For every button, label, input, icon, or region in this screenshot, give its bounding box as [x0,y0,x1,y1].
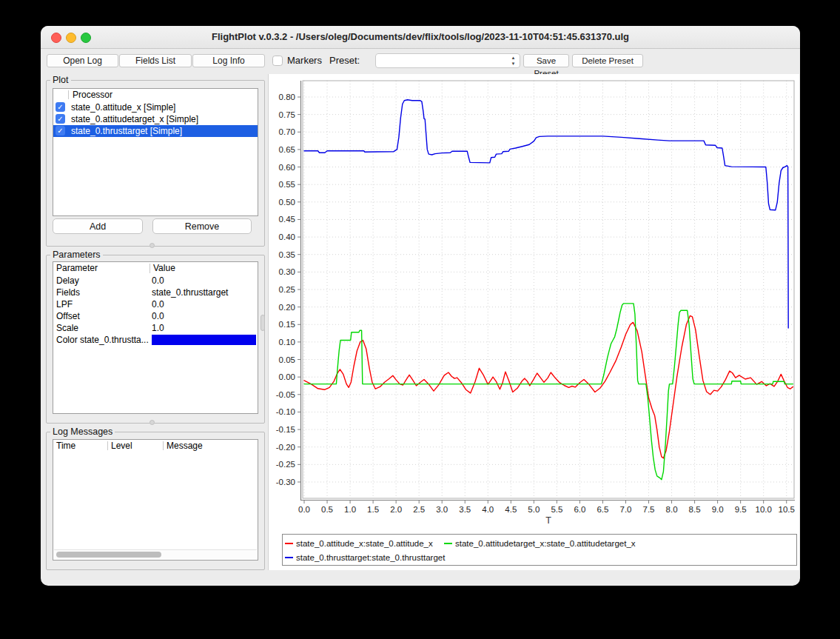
y-axis-tick-label: 0.05 [279,355,295,364]
row-checkbox-icon[interactable]: ✓ [56,102,65,112]
plot-panel: Plot Processor ✓ state_0.attitude_x [Sim… [46,80,265,247]
param-value[interactable]: 0.0 [152,298,164,310]
y-axis-tick-label: 0.20 [279,303,295,312]
remove-button[interactable]: Remove [152,218,252,234]
legend-label: state_0.thrusttarget:state_0.thrusttarge… [296,552,445,563]
x-axis-tick-label: 6.5 [597,505,608,514]
markers-label: Markers [287,54,322,67]
window-title: FlightPlot v.0.3.2 - /Users/oleg/Documen… [41,26,800,48]
x-axis-tick-label: 1.0 [344,505,356,514]
parameter-column-header: Parameter [56,262,98,275]
x-axis-tick-label: 4.0 [482,505,494,514]
level-column-header: Level [111,440,132,452]
x-axis-tick-label: 6.0 [574,505,585,514]
y-axis-tick-label: -0.05 [276,390,295,399]
table-row[interactable]: ✓ state_0.attitudetarget_x [Simple] [53,113,258,125]
param-value[interactable]: 0.0 [152,310,164,322]
row-label: state_0.thrusttarget [Simple] [71,125,182,137]
param-name: LPF [56,298,73,310]
log-table-header: Time Level Message [53,440,258,452]
processor-column-header: Processor [73,89,112,101]
message-column-header: Message [167,440,203,452]
y-axis-tick-label: -0.30 [276,478,295,486]
y-axis-tick-label: -0.15 [276,425,295,434]
x-axis-tick-label: 5.0 [528,505,540,514]
x-axis-tick-label: 10.5 [779,505,795,514]
param-value[interactable]: 0.0 [152,275,164,287]
row-checkbox-icon[interactable]: ✓ [56,114,65,124]
preset-label: Preset: [329,54,360,67]
param-name: Fields [56,287,80,298]
time-column-header: Time [56,440,75,452]
y-axis-tick-label: 0.65 [279,145,295,154]
y-axis-tick-label: 0.10 [279,338,295,347]
x-axis-tick-label: 2.0 [390,505,402,514]
preset-combobox[interactable]: ▲▼ [375,53,520,68]
legend-line-swatch [444,543,452,544]
y-axis-tick-label: 0.45 [279,215,295,224]
param-name: Offset [56,310,80,322]
x-axis-tick-label: 7.5 [643,505,655,514]
legend-line-swatch [285,543,293,544]
flightplot-window: FlightPlot v.0.3.2 - /Users/oleg/Documen… [41,26,800,586]
x-axis-tick-label: 4.5 [505,505,517,514]
y-axis-tick-label: 0.35 [279,250,295,259]
add-button[interactable]: Add [53,218,143,234]
param-value[interactable]: 1.0 [152,322,164,334]
scrollbar-thumb[interactable] [56,552,161,558]
y-axis-tick-label: 0.25 [279,285,295,294]
chart-legend: state_0.attitude_x:state_0.attitude_x st… [282,534,797,566]
y-axis-tick-label: 0.30 [279,267,295,276]
title-bar[interactable]: FlightPlot v.0.3.2 - /Users/oleg/Documen… [41,26,800,49]
vertical-splitter-grip-icon[interactable] [261,315,265,331]
x-axis-tick-label: 5.5 [551,505,562,514]
y-axis-tick-label: 0.70 [279,127,295,136]
x-axis-tick-label: 2.5 [413,505,425,514]
row-checkbox-icon[interactable]: ✓ [56,126,65,136]
processor-table[interactable]: Processor ✓ state_0.attitude_x [Simple] … [53,88,258,216]
save-preset-button[interactable]: Save Preset [523,54,569,67]
param-name: Delay [56,275,79,287]
row-label: state_0.attitudetarget_x [Simple] [71,113,198,125]
x-axis-tick-label: 8.0 [666,505,678,514]
x-axis-tick-label: 9.5 [735,505,747,514]
table-row[interactable]: ✓ state_0.attitude_x [Simple] [53,101,258,113]
parameters-panel: Parameters Parameter Value Delay 0.0 Fie… [46,255,265,424]
x-axis-tick-label: 0.0 [298,505,310,514]
x-axis-tick-label: 3.0 [436,505,448,514]
y-axis-tick-label: 0.75 [279,110,295,119]
row-label: state_0.attitude_x [Simple] [71,101,175,113]
table-row[interactable]: ✓ state_0.thrusttarget [Simple] [53,125,258,137]
splitter-grip-icon[interactable] [149,243,155,248]
markers-checkbox[interactable] [272,56,283,66]
parameters-table[interactable]: Parameter Value Delay 0.0 Fields state_0… [53,261,258,414]
param-name: Color state_0.thrustta... [56,334,149,346]
y-axis-tick-label: -0.10 [276,407,295,416]
processor-table-header: Processor [53,89,258,101]
parameters-table-header: Parameter Value [53,262,258,275]
open-log-button[interactable]: Open Log [47,54,118,67]
x-axis-tick-label: 10.0 [756,505,772,514]
y-axis-tick-label: 0.60 [279,163,295,172]
flight-plot-chart[interactable]: 0.800.750.700.650.600.550.500.450.400.35… [269,74,800,527]
param-value[interactable]: state_0.thrusttarget [152,287,228,298]
y-axis-tick-label: -0.20 [276,443,295,452]
splitter-grip-icon[interactable] [149,420,155,425]
log-messages-table[interactable]: Time Level Message [53,439,258,561]
y-axis-tick-label: 0.00 [279,372,295,381]
x-axis-tick-label: 7.0 [619,505,631,514]
legend-line-swatch [285,557,293,558]
x-axis-tick-label: 0.5 [321,505,333,514]
fields-list-button[interactable]: Fields List [119,54,192,67]
log-info-button[interactable]: Log Info [192,54,265,67]
combo-stepper-icon[interactable]: ▲▼ [509,55,517,67]
x-axis-tick-label: 8.5 [689,505,701,514]
plot-panel-title: Plot [50,75,71,85]
horizontal-scrollbar[interactable] [54,549,257,559]
chart-panel[interactable]: 0.800.750.700.650.600.550.500.450.400.35… [268,74,799,570]
legend-label: state_0.attitudetarget_x:state_0.attitud… [455,538,636,549]
param-color-swatch[interactable] [152,335,256,345]
y-axis-tick-label: 0.15 [279,320,295,329]
x-axis-label: T [545,515,551,526]
delete-preset-button[interactable]: Delete Preset [572,54,643,67]
